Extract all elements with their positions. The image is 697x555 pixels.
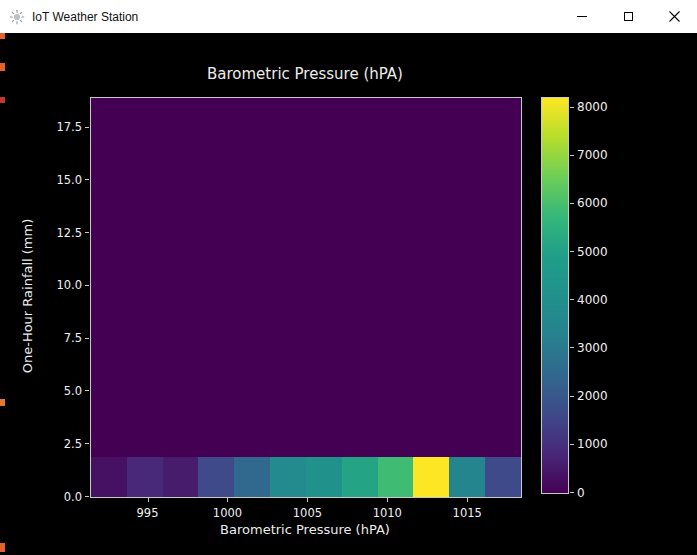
- y-tick-label: 2.5: [40, 437, 82, 451]
- colorbar-tick-mark: [570, 107, 574, 108]
- y-tick-mark: [85, 390, 89, 391]
- window-controls: [559, 0, 697, 33]
- app-window: IoT Weather Station Barometric Pressure …: [0, 0, 697, 555]
- heatmap-bin: [485, 457, 521, 497]
- heatmap-bottom-row: [91, 457, 521, 497]
- x-tick-label: 1005: [293, 506, 322, 520]
- heatmap-bin: [449, 457, 485, 497]
- heatmap-bin: [198, 457, 234, 497]
- x-tick-mark: [227, 498, 228, 502]
- y-tick-label: 15.0: [40, 173, 82, 187]
- background-window-artifact: [0, 97, 5, 103]
- x-axis-label: Barometric Pressure (hPA): [90, 522, 520, 537]
- colorbar-tick-mark: [570, 492, 574, 493]
- x-tick-label: 1000: [213, 506, 242, 520]
- heatmap-plot-area: [90, 97, 522, 498]
- close-button[interactable]: [651, 0, 697, 33]
- y-tick-label: 17.5: [40, 120, 82, 134]
- y-tick-mark: [85, 443, 89, 444]
- background-window-artifact: [0, 399, 5, 406]
- x-tick-mark: [148, 498, 149, 502]
- colorbar: [541, 97, 569, 494]
- heatmap-bin: [127, 457, 163, 497]
- y-tick-mark: [85, 496, 89, 497]
- colorbar-tick-mark: [570, 299, 574, 300]
- y-tick-mark: [85, 179, 89, 180]
- y-tick-label: 12.5: [40, 226, 82, 240]
- colorbar-tick-mark: [570, 444, 574, 445]
- colorbar-tick-mark: [570, 251, 574, 252]
- colorbar-tick-mark: [570, 203, 574, 204]
- x-tick-mark: [307, 498, 308, 502]
- y-tick-mark: [85, 338, 89, 339]
- window-titlebar: IoT Weather Station: [0, 0, 697, 33]
- y-tick-label: 5.0: [40, 384, 82, 398]
- maximize-button[interactable]: [605, 0, 651, 33]
- app-icon: [9, 9, 25, 25]
- heatmap-bin: [342, 457, 378, 497]
- background-window-artifact: [0, 63, 5, 71]
- y-tick-label: 0.0: [40, 490, 82, 504]
- y-axis-label: One-Hour Rainfall (mm): [20, 219, 35, 374]
- chart-title: Barometric Pressure (hPA): [90, 65, 520, 83]
- x-tick-mark: [387, 498, 388, 502]
- heatmap-bin: [163, 457, 199, 497]
- colorbar-tick-mark: [570, 155, 574, 156]
- colorbar-tick-label: 6000: [577, 196, 608, 210]
- heatmap-bin: [306, 457, 342, 497]
- heatmap-bin: [91, 457, 127, 497]
- colorbar-tick-label: 5000: [577, 245, 608, 259]
- minimize-icon: [577, 16, 587, 17]
- colorbar-tick-label: 3000: [577, 341, 608, 355]
- window-title: IoT Weather Station: [32, 10, 138, 24]
- minimize-button[interactable]: [559, 0, 605, 33]
- close-icon: [669, 11, 680, 22]
- y-tick-mark: [85, 127, 89, 128]
- y-tick-label: 7.5: [40, 331, 82, 345]
- maximize-icon: [624, 12, 633, 21]
- heatmap-bin: [378, 457, 414, 497]
- chart-figure: Barometric Pressure (hPA) One-Hour Rainf…: [0, 33, 697, 555]
- colorbar-tick-mark: [570, 347, 574, 348]
- heatmap-bin: [413, 457, 449, 497]
- x-tick-label: 1010: [373, 506, 402, 520]
- x-tick-label: 1015: [453, 506, 482, 520]
- y-tick-mark: [85, 285, 89, 286]
- heatmap-bin: [234, 457, 270, 497]
- colorbar-tick-label: 1000: [577, 437, 608, 451]
- colorbar-tick-label: 8000: [577, 100, 608, 114]
- x-tick-label: 995: [137, 506, 159, 520]
- background-window-artifact: [0, 543, 5, 552]
- colorbar-tick-label: 2000: [577, 389, 608, 403]
- x-tick-mark: [467, 498, 468, 502]
- y-tick-mark: [85, 232, 89, 233]
- colorbar-tick-label: 7000: [577, 148, 608, 162]
- heatmap-bin: [270, 457, 306, 497]
- colorbar-tick-label: 0: [577, 486, 585, 500]
- colorbar-tick-mark: [570, 396, 574, 397]
- colorbar-tick-label: 4000: [577, 293, 608, 307]
- y-tick-label: 10.0: [40, 278, 82, 292]
